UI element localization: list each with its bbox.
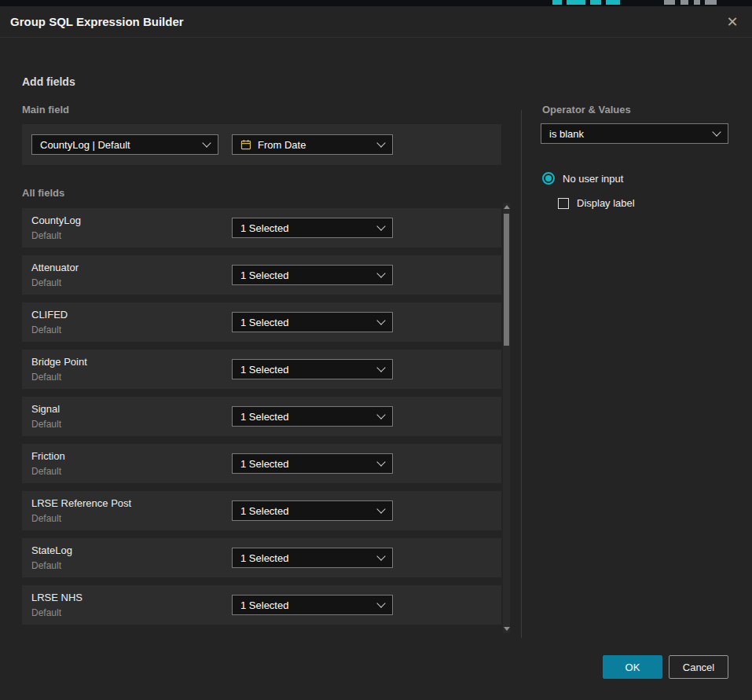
field-source: Default: [31, 607, 61, 618]
add-fields-heading: Add fields: [22, 75, 75, 88]
selected-count-dropdown[interactable]: 1 Selected: [232, 548, 393, 568]
selected-count-value: 1 Selected: [240, 364, 288, 376]
field-row-friction: Friction Default 1 Selected: [22, 444, 501, 483]
field-source: Default: [31, 230, 61, 241]
field-row-countylog: CountyLog Default 1 Selected: [22, 208, 501, 247]
operator-select-dropdown[interactable]: is blank: [541, 123, 728, 144]
clipped-ui-fragment: [705, 0, 717, 5]
layer-select-value: CountyLog | Default: [40, 139, 130, 151]
chevron-down-icon: [376, 316, 385, 324]
selected-count-value: 1 Selected: [240, 505, 288, 517]
scrollbar[interactable]: [503, 203, 510, 633]
display-label-checkbox[interactable]: Display label: [558, 197, 635, 209]
operator-select-value: is blank: [549, 128, 584, 140]
selected-count-dropdown[interactable]: 1 Selected: [232, 500, 393, 521]
field-row-bridge-point: Bridge Point Default 1 Selected: [22, 350, 501, 389]
dialog-title: Group SQL Expression Builder: [10, 6, 184, 38]
selected-count-value: 1 Selected: [240, 269, 288, 281]
field-name: Signal: [31, 403, 60, 415]
field-name: Attenuator: [31, 262, 79, 273]
display-label-text: Display label: [577, 197, 635, 209]
no-user-input-label: No user input: [563, 173, 623, 185]
clipped-ui-fragment: [552, 0, 562, 5]
field-source: Default: [31, 372, 61, 383]
radio-dot: [545, 175, 552, 181]
clipped-ui-fragment: [606, 0, 620, 5]
field-source: Default: [31, 324, 61, 335]
field-name: CountyLog: [31, 214, 81, 226]
chevron-down-icon: [376, 504, 385, 513]
field-select-dropdown[interactable]: From Date: [232, 134, 393, 155]
field-row-signal: Signal Default 1 Selected: [22, 397, 501, 436]
field-name: Friction: [31, 450, 65, 462]
vertical-divider: [521, 110, 522, 638]
checkbox-unchecked-icon: [558, 198, 569, 209]
chevron-down-icon: [376, 410, 385, 419]
field-name: LRSE NHS: [31, 592, 83, 603]
field-row-statelog: StateLog Default 1 Selected: [22, 538, 501, 577]
chevron-down-icon: [712, 127, 721, 136]
field-source: Default: [31, 513, 61, 524]
clipped-ui-fragment: [567, 0, 585, 5]
selected-count-dropdown[interactable]: 1 Selected: [232, 359, 393, 379]
selected-count-dropdown[interactable]: 1 Selected: [232, 265, 393, 285]
selected-count-dropdown[interactable]: 1 Selected: [232, 312, 393, 332]
close-icon[interactable]: ✕: [722, 12, 743, 32]
field-row-lrse-nhs: LRSE NHS Default 1 Selected: [22, 585, 501, 625]
selected-count-dropdown[interactable]: 1 Selected: [232, 453, 393, 474]
field-name: StateLog: [31, 544, 72, 556]
field-name: CLIFED: [31, 309, 68, 321]
selected-count-dropdown[interactable]: 1 Selected: [232, 406, 393, 427]
field-source: Default: [31, 277, 61, 288]
clipped-ui-fragment: [680, 0, 688, 5]
chevron-down-icon: [376, 599, 385, 607]
chevron-down-icon: [376, 457, 385, 466]
field-name: LRSE Reference Post: [31, 497, 131, 509]
all-fields-label: All fields: [22, 187, 64, 199]
scrollbar-thumb[interactable]: [504, 214, 509, 346]
field-source: Default: [31, 466, 61, 477]
group-sql-expression-builder-dialog: Group SQL Expression Builder ✕ Add field…: [0, 6, 752, 700]
no-user-input-radio[interactable]: No user input: [542, 172, 623, 185]
selected-count-value: 1 Selected: [240, 552, 288, 564]
selected-count-value: 1 Selected: [240, 599, 288, 611]
chevron-down-icon: [376, 552, 385, 560]
chevron-down-icon: [376, 363, 385, 372]
radio-selected-icon: [542, 172, 555, 185]
field-name: Bridge Point: [31, 356, 87, 368]
chevron-down-icon: [376, 269, 385, 277]
clipped-ui-fragment: [694, 0, 700, 5]
selected-count-dropdown[interactable]: 1 Selected: [232, 218, 393, 238]
selected-count-value: 1 Selected: [240, 222, 288, 234]
ok-button[interactable]: OK: [603, 655, 662, 679]
clipped-ui-fragment: [664, 0, 675, 5]
cancel-button[interactable]: Cancel: [669, 655, 728, 679]
field-row-lrse-reference-post: LRSE Reference Post Default 1 Selected: [22, 491, 501, 530]
field-row-clifed: CLIFED Default 1 Selected: [22, 302, 501, 342]
field-select-value: From Date: [258, 139, 306, 151]
dialog-header: Group SQL Expression Builder ✕: [0, 6, 752, 38]
operator-values-label: Operator & Values: [542, 104, 631, 115]
field-source: Default: [31, 419, 61, 430]
selected-count-dropdown[interactable]: 1 Selected: [232, 595, 393, 615]
scroll-down-icon[interactable]: [504, 627, 510, 631]
chevron-down-icon: [376, 138, 385, 147]
calendar-icon: [240, 139, 251, 150]
selected-count-value: 1 Selected: [240, 458, 288, 470]
field-row-attenuator: Attenuator Default 1 Selected: [22, 255, 501, 295]
main-field-panel: CountyLog | Default From Date: [22, 124, 501, 165]
scroll-up-icon[interactable]: [504, 205, 510, 209]
clipped-ui-fragment: [590, 0, 601, 5]
chevron-down-icon: [376, 222, 385, 230]
layer-select-dropdown[interactable]: CountyLog | Default: [31, 134, 218, 155]
field-source: Default: [31, 560, 61, 571]
main-field-label: Main field: [22, 104, 69, 115]
selected-count-value: 1 Selected: [240, 317, 288, 328]
chevron-down-icon: [202, 138, 211, 147]
selected-count-value: 1 Selected: [240, 411, 288, 423]
all-fields-list: CountyLog Default 1 Selected Attenuator …: [22, 208, 501, 632]
